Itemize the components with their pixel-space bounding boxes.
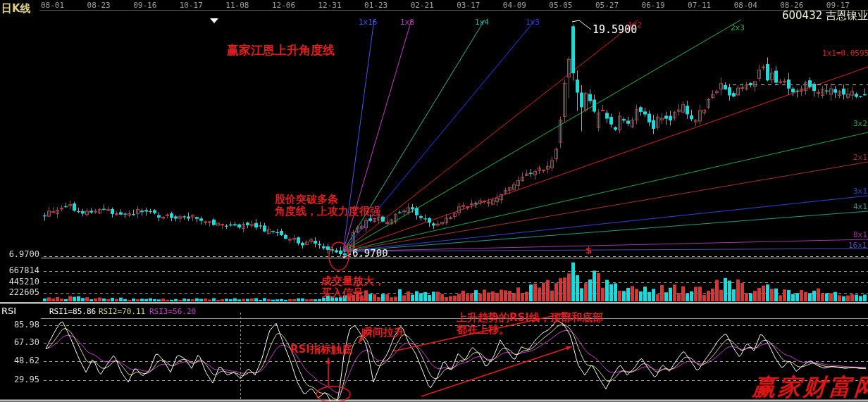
date-tick: 01-23: [364, 1, 388, 10]
watermark: 赢家财富网: [751, 372, 868, 402]
date-tick: 06-19: [642, 1, 665, 10]
date-tick: 05-05: [549, 1, 572, 10]
date-axis: 08-0108-2309-1610-1711-0812-0612-3101-23…: [41, 1, 850, 10]
date-tick: 09-16: [133, 1, 156, 10]
app-window: 日K线 08-0108-2309-1610-1711-0812-0612-310…: [0, 0, 868, 402]
date-tick: 08-04: [734, 1, 757, 10]
date-tick: 12-06: [272, 1, 295, 10]
chart-canvas[interactable]: [0, 0, 868, 402]
date-tick: 08-23: [87, 1, 111, 10]
date-tick: 05-27: [595, 1, 619, 10]
date-tick: 10-17: [180, 1, 203, 10]
date-tick: 12-31: [318, 1, 341, 10]
marker-triangle-icon: [210, 18, 218, 23]
date-tick: 04-09: [503, 1, 526, 10]
stock-title: 600432 吉恩镍业: [782, 9, 868, 23]
rsi-panel-title: RSI: [1, 306, 16, 316]
date-tick: 11-08: [225, 1, 249, 10]
chart-type-label: 日K线: [1, 2, 31, 15]
date-tick: 07-11: [688, 1, 711, 10]
date-tick: 02-21: [411, 1, 434, 10]
date-tick: 08-01: [41, 1, 64, 10]
date-tick: 03-17: [457, 1, 480, 10]
